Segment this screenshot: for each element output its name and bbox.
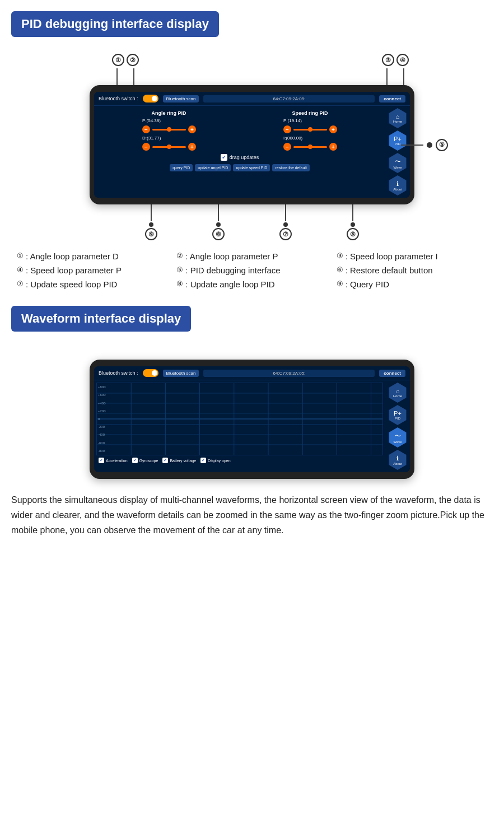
legend-text-3: : Speed loop parameter I [346, 251, 438, 261]
speed-p-group: P:(19.14) − + [283, 118, 337, 133]
angle-p-group: P:(54.38) − + [142, 118, 196, 133]
update-angel-pid-btn[interactable]: update angel PID [195, 164, 231, 171]
check-display[interactable]: ✓ Display open [200, 458, 230, 463]
wave-about-icon: ℹ [396, 455, 399, 462]
angle-p-minus[interactable]: − [142, 125, 150, 133]
wave-main: +800 +600 +400 +200 0 -200 -400 -600 -80… [94, 380, 385, 472]
wave-top-bar: Bluetooth switch : Bluetooth scan 64:C7:… [94, 366, 410, 380]
angle-p-slider-row: − + [142, 125, 196, 133]
legend-item-4: ④ : Speed loop parameter P [17, 265, 167, 275]
legend-text-6: : Restore default button [346, 265, 433, 275]
callout-2: ② [127, 54, 139, 66]
pid-sidebar: ⌂ Home P+ PID 〜 Wave [385, 106, 410, 198]
pid-icon: P+ [394, 136, 402, 142]
wave-connect-btn[interactable]: connect [379, 370, 405, 377]
legend-text-8: : Update angle loop PID [185, 279, 274, 289]
check-acceleration[interactable]: ✓ Acceleration [99, 458, 128, 463]
wave-checkboxes: ✓ Acceleration ✓ Gyroscope ✓ Battery vol… [96, 455, 383, 465]
wave-bt-label: Bluetooth switch : [99, 370, 138, 376]
legend-item-9: ⑨ : Query PID [337, 279, 487, 289]
wave-screen: Bluetooth switch : Bluetooth scan 64:C7:… [94, 366, 410, 472]
pid-header: PID debugging interface display [11, 11, 219, 37]
wave-phone-mockup: Bluetooth switch : Bluetooth scan 64:C7:… [90, 360, 414, 479]
wave-grid-svg [97, 383, 382, 455]
nav-wave-hex[interactable]: 〜 Wave [388, 153, 408, 173]
restore-default-btn[interactable]: restore the default [272, 164, 309, 171]
pid-phone-screen: Bluetooth switch : Bluetooth scan 64:C7:… [94, 92, 410, 198]
angle-d-minus[interactable]: − [142, 143, 150, 151]
speed-i-plus[interactable]: + [329, 143, 337, 151]
nav-about-hex[interactable]: ℹ About [388, 175, 408, 195]
nav-home-hex[interactable]: ⌂ Home [388, 108, 408, 128]
legend-text-5: : PID debugging interface [185, 265, 280, 275]
speed-p-track[interactable] [293, 129, 327, 131]
wave-nav-wave-label: Wave [393, 440, 402, 444]
angle-p-plus[interactable]: + [188, 125, 196, 133]
pid-diagram-wrapper: ① ② ③ ④ [62, 54, 442, 240]
waveform-diagram-area: Bluetooth switch : Bluetooth scan 64:C7:… [90, 360, 414, 479]
speed-p-plus[interactable]: + [329, 125, 337, 133]
legend-num-9: ⑨ [337, 279, 343, 288]
legend-item-1: ① : Angle loop parameter D [17, 251, 167, 261]
legend-text-1: : Angle loop parameter D [26, 251, 119, 261]
drag-updates-checkbox[interactable]: ✓ [221, 154, 227, 161]
gyroscope-label: Gyroscope [139, 459, 158, 463]
wave-pid-icon: P+ [394, 410, 402, 417]
waveform-section: Waveform interface display Bluetooth swi… [11, 306, 493, 538]
legend-item-2: ② : Angle loop parameter P [176, 251, 327, 261]
acceleration-checkbox[interactable]: ✓ [99, 458, 104, 463]
angle-p-track[interactable] [152, 129, 186, 131]
legend-text-7: : Update speed loop PID [26, 279, 117, 289]
angle-d-plus[interactable]: + [188, 143, 196, 151]
wave-bt-address: 64:C7:09:2A:05: [203, 370, 375, 377]
speed-p-minus[interactable]: − [283, 125, 291, 133]
speed-i-slider-row: − + [283, 143, 337, 151]
speed-i-group: I:(000.00) − + [283, 136, 337, 151]
legend-item-6: ⑥ : Restore default button [337, 265, 487, 275]
callout-1: ① [112, 54, 124, 66]
callout-8: ⑧ [212, 228, 225, 240]
angle-d-track[interactable] [152, 146, 186, 148]
battery-label: Battery voltage [170, 459, 196, 463]
bt-address: 64:C7:09:2A:05: [203, 95, 375, 102]
wave-nav-home-hex[interactable]: ⌂ Home [388, 383, 408, 403]
speed-p-slider-row: − + [283, 125, 337, 133]
wave-nav-pid-hex[interactable]: P+ PID [388, 405, 408, 425]
bt-toggle[interactable] [143, 95, 158, 102]
display-checkbox[interactable]: ✓ [200, 458, 206, 463]
battery-checkbox[interactable]: ✓ [162, 458, 168, 463]
legend-text-9: : Query PID [346, 279, 389, 289]
drag-updates-row: ✓ drag updates [99, 154, 381, 161]
check-battery[interactable]: ✓ Battery voltage [162, 458, 196, 463]
legend-text-2: : Angle loop parameter P [185, 251, 278, 261]
pid-content: Angle ring PID Speed ring PID P:(54.38) … [94, 106, 410, 198]
home-icon: ⌂ [396, 113, 400, 120]
callout-4: ④ [396, 54, 409, 66]
update-speed-pid-btn[interactable]: update speed PID [233, 164, 270, 171]
wave-nav-wave-hex[interactable]: 〜 Wave [388, 427, 408, 448]
pid-phone-mockup: Bluetooth switch : Bluetooth scan 64:C7:… [90, 85, 414, 204]
speed-i-minus[interactable]: − [283, 143, 291, 151]
bt-scan-btn[interactable]: Bluetooth scan [163, 95, 199, 102]
wave-nav-about-label: About [393, 462, 402, 465]
wave-home-icon: ⌂ [396, 388, 400, 394]
nav-wave-label: Wave [393, 166, 402, 169]
param-i: I:(000.00) [283, 136, 302, 141]
wave-bt-scan[interactable]: Bluetooth scan [163, 370, 199, 377]
wave-bt-toggle[interactable] [143, 369, 158, 377]
legend-item-3: ③ : Speed loop parameter I [337, 251, 487, 261]
wave-nav-about-hex[interactable]: ℹ About [388, 450, 408, 470]
speed-i-track[interactable] [293, 146, 327, 148]
legend-num-8: ⑧ [176, 279, 183, 288]
query-pid-btn[interactable]: query PID [170, 164, 193, 171]
drag-updates-label: drag updates [230, 155, 259, 160]
callout-9: ⑨ [145, 228, 157, 240]
callout-5: ⑤ [436, 139, 448, 151]
check-gyroscope[interactable]: ✓ Gyroscope [132, 458, 158, 463]
pid-main: Angle ring PID Speed ring PID P:(54.38) … [94, 106, 385, 198]
connect-btn[interactable]: connect [379, 95, 405, 102]
gyroscope-checkbox[interactable]: ✓ [132, 458, 138, 463]
legend-item-8: ⑧ : Update angle loop PID [176, 279, 327, 289]
speed-ring-label: Speed ring PID [292, 110, 328, 116]
pid-top-bar: Bluetooth switch : Bluetooth scan 64:C7:… [94, 92, 410, 106]
